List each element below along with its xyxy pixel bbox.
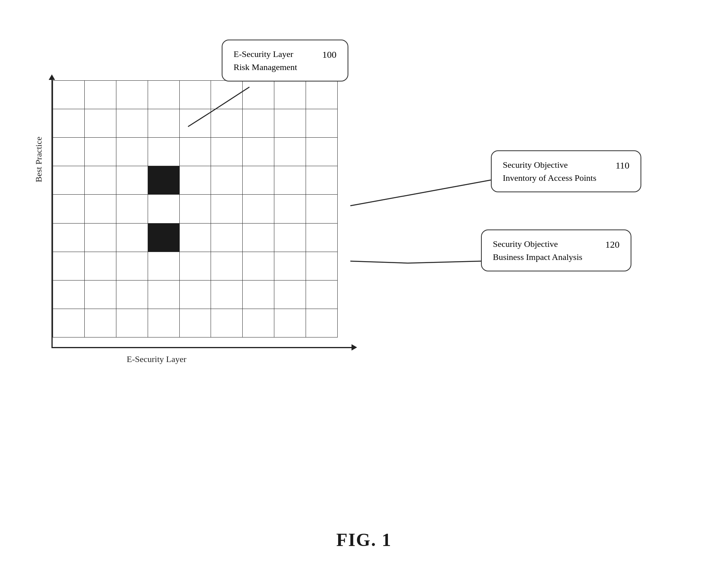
grid-cell (179, 280, 211, 309)
grid-cell (211, 138, 243, 166)
grid-cell (84, 309, 116, 337)
grid-cell (179, 166, 211, 195)
grid-cell (116, 166, 148, 195)
callout-right1-number: 110 (616, 158, 629, 173)
callout-top-line2: Risk Management (234, 62, 297, 72)
grid-cell (53, 138, 85, 166)
grid-cell (306, 166, 338, 195)
grid-cell (211, 109, 243, 138)
y-axis-label: Best Practice (34, 136, 44, 182)
grid-cell (179, 138, 211, 166)
grid-cell (274, 138, 306, 166)
callout-right2: 120 Security Objective Business Impact A… (481, 229, 631, 271)
grid-cell (306, 109, 338, 138)
grid-cell (179, 195, 211, 223)
grid-cell (53, 280, 85, 309)
grid-cell (53, 309, 85, 337)
grid-cell (148, 252, 179, 280)
grid-cell (306, 138, 338, 166)
callout-top: 100 E-Security Layer Risk Management (222, 40, 348, 82)
grid-cell (211, 280, 243, 309)
grid-cell (84, 195, 116, 223)
grid-cell (53, 252, 85, 280)
grid-cell (243, 223, 274, 252)
svg-line-2 (416, 180, 491, 194)
grid-cell (211, 81, 243, 109)
y-axis-arrow (49, 74, 55, 80)
grid-cell (53, 166, 85, 195)
grid-cell (148, 166, 179, 195)
grid-table (53, 80, 338, 337)
grid-cell (148, 138, 179, 166)
callout-right1-line2: Inventory of Access Points (503, 173, 596, 183)
grid-cell (306, 309, 338, 337)
chart-area (51, 79, 352, 348)
callout-right2-line2: Business Impact Analysis (493, 252, 582, 262)
grid-cell (179, 109, 211, 138)
grid-cell (148, 81, 179, 109)
grid-cell (243, 138, 274, 166)
grid-cell (116, 309, 148, 337)
grid-cell (116, 195, 148, 223)
grid-cell (179, 81, 211, 109)
svg-line-3 (350, 194, 416, 206)
grid-cell (243, 166, 274, 195)
grid-cell (306, 223, 338, 252)
grid-cell (243, 109, 274, 138)
grid-cell (306, 81, 338, 109)
grid-cell (306, 280, 338, 309)
grid-cell (116, 252, 148, 280)
grid-cell (211, 195, 243, 223)
grid-cell (274, 166, 306, 195)
grid-cell (148, 195, 179, 223)
grid-cell (84, 81, 116, 109)
x-axis-arrow (352, 344, 357, 351)
callout-right2-line1: Security Objective (493, 239, 558, 249)
grid-cell (243, 81, 274, 109)
grid-cell (116, 223, 148, 252)
grid-container (53, 80, 338, 337)
grid-cell (211, 309, 243, 337)
callout-right1: 110 Security Objective Inventory of Acce… (491, 150, 641, 192)
callout-top-number: 100 (322, 47, 336, 62)
grid-cell (274, 81, 306, 109)
grid-cell (274, 195, 306, 223)
callout-top-line1: E-Security Layer (234, 49, 293, 59)
grid-cell (274, 109, 306, 138)
grid-cell (179, 223, 211, 252)
grid-cell (84, 109, 116, 138)
grid-cell (274, 252, 306, 280)
grid-cell (211, 223, 243, 252)
grid-cell (306, 195, 338, 223)
grid-cell (116, 280, 148, 309)
grid-cell (84, 280, 116, 309)
grid-cell (148, 280, 179, 309)
grid-cell (211, 252, 243, 280)
grid-cell (84, 223, 116, 252)
fig-label: FIG. 1 (336, 529, 392, 550)
grid-cell (274, 280, 306, 309)
grid-cell (243, 309, 274, 337)
grid-cell (243, 280, 274, 309)
grid-cell (179, 252, 211, 280)
svg-line-5 (350, 261, 408, 263)
grid-cell (148, 223, 179, 252)
page-container: Best Practice E-Security Layer 100 E-Sec… (0, 0, 728, 582)
x-axis (51, 347, 352, 348)
grid-cell (116, 109, 148, 138)
grid-cell (148, 109, 179, 138)
grid-cell (84, 252, 116, 280)
x-axis-label: E-Security Layer (127, 354, 186, 364)
grid-cell (53, 195, 85, 223)
grid-cell (116, 81, 148, 109)
grid-cell (84, 166, 116, 195)
grid-cell (243, 195, 274, 223)
grid-cell (53, 81, 85, 109)
svg-line-4 (408, 261, 481, 263)
grid-cell (53, 223, 85, 252)
grid-cell (274, 309, 306, 337)
grid-cell (179, 309, 211, 337)
grid-cell (243, 252, 274, 280)
grid-cell (84, 138, 116, 166)
grid-cell (148, 309, 179, 337)
